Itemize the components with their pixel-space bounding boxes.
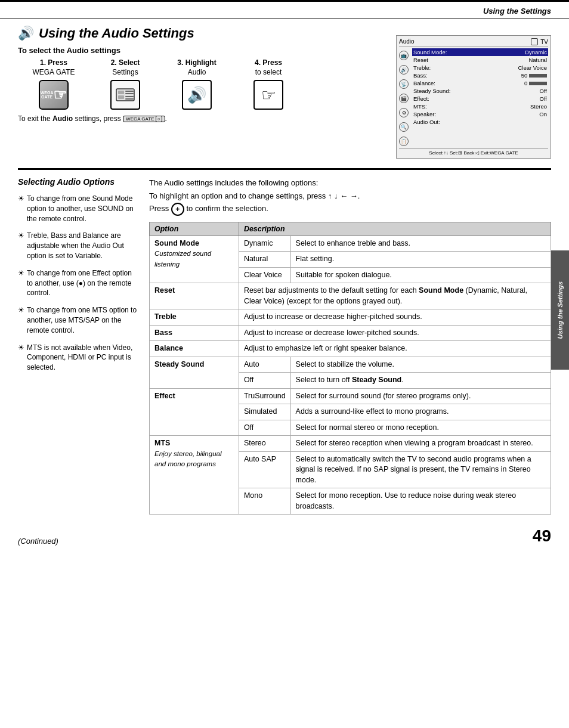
col-description: Description — [239, 222, 551, 236]
desc-simulated: Adds a surround-like effect to mono prog… — [290, 404, 551, 420]
desc-auto: Select to stabilize the volume. — [290, 357, 551, 373]
tip-bullet-1: ☀ — [18, 194, 24, 224]
screenshot-panel: Audio TV 📺 🔊 📡 🎬 ⚙ 🔍 📋 — [396, 35, 551, 159]
select-button-icon: ☞ — [253, 80, 283, 110]
intro-text-1: The Audio settings includes the followin… — [149, 177, 551, 189]
ss-icon-6: 🔍 — [399, 122, 409, 132]
step-4-sub: to select — [255, 68, 282, 76]
settings-button-icon — [110, 80, 140, 110]
screenshot-icons: 📺 🔊 📡 🎬 ⚙ 🔍 📋 — [399, 48, 409, 146]
steps-row: 1. Press WEGA GATE WEGA GATE ☞ 2. Select… — [18, 58, 384, 110]
audio-icon: 🔊 — [18, 26, 34, 41]
table-row-sound-mode: Sound Mode Customized sound listening Dy… — [150, 236, 551, 252]
option-effect: Effect — [150, 388, 239, 436]
menu-row-effect: Effect:Off — [412, 95, 548, 103]
page-footer: (Continued) 49 — [0, 521, 569, 554]
desc-reset: Reset bar adjustments to the default set… — [239, 283, 551, 309]
value-natural: Natural — [239, 252, 290, 268]
desc-auto-sap: Select to automatically switch the TV to… — [290, 451, 551, 488]
table-row-treble: Treble Adjust to increase or decrease hi… — [150, 309, 551, 326]
desc-balance: Adjust to emphasize left or right speake… — [239, 341, 551, 357]
step-3: 3. Highlight Audio 🔊 — [161, 58, 233, 110]
option-reset: Reset — [150, 283, 239, 309]
step-1: 1. Press WEGA GATE WEGA GATE ☞ — [18, 58, 89, 110]
desc-dynamic: Select to enhance treble and bass. — [290, 236, 551, 252]
desc-natural: Flat setting. — [290, 252, 551, 268]
exit-text: To exit the Audio settings, press WEGA G… — [18, 114, 384, 123]
screenshot-footer: Select:↑↓ Set:⊞ Back:◁ Exit:WEGA GATE — [399, 148, 548, 156]
svg-rect-6 — [125, 98, 134, 100]
desc-treble: Adjust to increase or decrease higher-pi… — [239, 309, 551, 326]
option-balance: Balance — [150, 341, 239, 357]
section-divider — [18, 168, 551, 170]
option-sound-mode: Sound Mode Customized sound listening — [150, 236, 239, 283]
right-tab-text: Using the Settings — [556, 281, 564, 339]
svg-rect-2 — [125, 91, 134, 92]
menu-row-sound-mode: Sound Mode:Dynamic — [412, 48, 548, 56]
menu-row-bass: Bass:50 — [412, 72, 548, 79]
svg-rect-1 — [118, 91, 124, 94]
main-content: 🔊 Using the Audio Settings To select the… — [0, 18, 569, 515]
tip-2: ☀ Treble, Bass and Balance are adjustabl… — [18, 231, 137, 261]
right-sidebar-tab: Using the Settings — [551, 250, 569, 370]
options-table: Option Description Sound Mode Customized… — [149, 222, 551, 515]
option-bass: Bass — [150, 325, 239, 341]
ss-icon-4: 🎬 — [399, 94, 409, 103]
intro-text-3: Press + to confirm the selection. — [149, 203, 551, 216]
title-left: 🔊 Using the Audio Settings To select the… — [18, 26, 384, 129]
tip-3: ☀ To change from one Effect option to an… — [18, 268, 137, 298]
step-4-label: 4. Press — [255, 58, 282, 67]
desc-effect-off: Select for normal stereo or mono recepti… — [290, 420, 551, 436]
step-3-sub: Audio — [188, 68, 206, 76]
menu-row-balance: Balance:0 — [412, 79, 548, 87]
page-number: 49 — [533, 526, 551, 546]
value-auto-sap: Auto SAP — [239, 451, 290, 488]
page-header: Using the Settings — [0, 2, 569, 18]
menu-row-mts: MTS:Stereo — [412, 103, 548, 110]
to-select-header: To select the Audio settings — [18, 46, 384, 55]
option-treble: Treble — [150, 309, 239, 326]
intro-text-2: To highlight an option and to change set… — [149, 191, 551, 200]
step-3-label: 3. Highlight — [177, 58, 216, 67]
option-steady-sound: Steady Sound — [150, 357, 239, 388]
step-2-sub: Settings — [112, 68, 138, 76]
option-mts: MTS Enjoy stereo, bilingual and mono pro… — [150, 436, 239, 515]
col-option: Option — [150, 222, 239, 236]
screenshot-audio-label: Audio — [399, 38, 415, 45]
header-title: Using the Settings — [483, 7, 551, 16]
desc-clear-voice: Suitable for spoken dialogue. — [290, 267, 551, 283]
table-row-mts-stereo: MTS Enjoy stereo, bilingual and mono pro… — [150, 436, 551, 452]
step-2-label: 2. Select — [111, 58, 140, 67]
value-dynamic: Dynamic — [239, 236, 290, 252]
tip-1: ☀ To change from one Sound Mode option t… — [18, 194, 137, 224]
desc-steady-off: Select to turn off Steady Sound. — [290, 373, 551, 389]
value-auto: Auto — [239, 357, 290, 373]
value-effect-off: Off — [239, 420, 290, 436]
svg-rect-5 — [125, 96, 134, 97]
screenshot-tv-label: TV — [540, 39, 548, 45]
wega-gate-button: WEGA GATE ☞ — [39, 80, 69, 110]
ss-icon-3: 📡 — [399, 79, 409, 89]
step-4: 4. Press to select ☞ — [233, 58, 304, 110]
svg-rect-3 — [125, 93, 134, 94]
menu-row-speaker: Speaker:On — [412, 110, 548, 118]
audio-button-icon: 🔊 — [182, 80, 212, 110]
tip-bullet-4: ☀ — [18, 305, 24, 335]
table-row-effect-tru: Effect TruSurround Select for surround s… — [150, 388, 551, 404]
ss-icon-2: 🔊 — [399, 65, 409, 75]
two-col: Selecting Audio Options ☀ To change from… — [18, 177, 551, 515]
step-2: 2. Select Settings — [89, 58, 161, 110]
confirm-btn: + — [171, 203, 184, 216]
wega-gate-small-icon: WEGA GATE ○ — [123, 116, 165, 122]
desc-mono: Select for mono reception. Use to reduce… — [290, 488, 551, 515]
table-row-bass: Bass Adjust to increase or decrease lowe… — [150, 325, 551, 341]
left-sidebar: Selecting Audio Options ☀ To change from… — [18, 177, 137, 515]
svg-rect-4 — [118, 95, 124, 99]
value-trusurround: TruSurround — [239, 388, 290, 404]
ss-icon-7: 📋 — [399, 137, 409, 146]
menu-row-steady: Steady Sound:Off — [412, 87, 548, 95]
right-main: The Audio settings includes the followin… — [149, 177, 551, 515]
sidebar-heading: Selecting Audio Options — [18, 177, 137, 187]
value-simulated: Simulated — [239, 404, 290, 420]
tip-bullet-5: ☀ — [18, 343, 24, 373]
